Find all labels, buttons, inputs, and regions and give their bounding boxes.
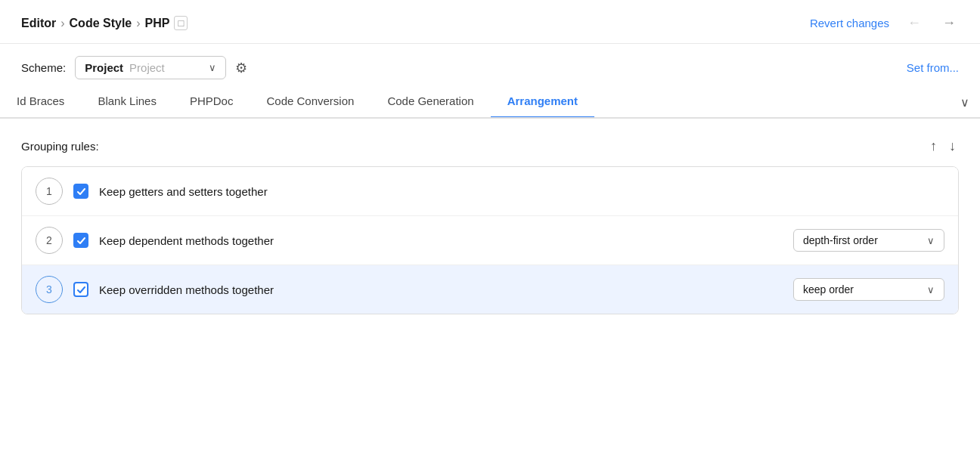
chevron-down-icon: ∨	[960, 96, 969, 109]
revert-changes-button[interactable]: Revert changes	[810, 17, 889, 29]
tab-code-conversion[interactable]: Code Conversion	[250, 87, 371, 119]
scheme-left: Scheme: Project Project ∨ ⚙	[21, 56, 247, 79]
tab-code-generation[interactable]: Code Generation	[371, 87, 490, 119]
rule-text-1: Keep getters and setters together	[99, 185, 944, 198]
header-actions: Revert changes ← →	[810, 14, 959, 32]
rule-row-2: 2 Keep dependent methods together depth-…	[22, 216, 958, 265]
rule-3-dropdown[interactable]: keep order ∨	[793, 278, 944, 301]
rule-2-dropdown-value: depth-first order	[803, 234, 921, 246]
scheme-row: Scheme: Project Project ∨ ⚙ Set from...	[0, 44, 980, 87]
rule-2-dropdown[interactable]: depth-first order ∨	[793, 229, 944, 252]
breadcrumb-code-style[interactable]: Code Style	[70, 17, 132, 30]
checkbox-3[interactable]	[73, 282, 88, 297]
rule-text-3: Keep overridden methods together	[99, 283, 783, 296]
breadcrumb-php[interactable]: PHP	[145, 17, 170, 30]
scheme-value-light: Project	[129, 61, 165, 74]
move-down-button[interactable]: ↓	[946, 137, 959, 156]
checkbox-2[interactable]	[73, 233, 88, 248]
rule-row-1: 1 Keep getters and setters together	[22, 167, 958, 216]
content-area: Grouping rules: ↑ ↓ 1 Keep getters and s…	[0, 119, 980, 314]
scheme-label: Scheme:	[21, 61, 66, 74]
tabs-bar: Id Braces Blank Lines PHPDoc Code Conver…	[0, 87, 980, 119]
tab-blank-lines[interactable]: Blank Lines	[81, 87, 173, 119]
scheme-value-bold: Project	[85, 61, 123, 74]
chevron-down-icon: ∨	[209, 62, 216, 73]
forward-button[interactable]: →	[939, 14, 959, 32]
breadcrumb: Editor › Code Style › PHP □	[21, 16, 188, 30]
breadcrumb-sep-2: ›	[136, 17, 140, 30]
back-button[interactable]: ←	[904, 14, 924, 32]
set-from-button[interactable]: Set from...	[907, 61, 959, 74]
chevron-down-icon: ∨	[927, 284, 935, 295]
header: Editor › Code Style › PHP □ Revert chang…	[0, 0, 980, 44]
rule-number-1: 1	[36, 178, 63, 205]
rules-list: 1 Keep getters and setters together 2 Ke…	[21, 166, 959, 314]
scheme-dropdown[interactable]: Project Project ∨	[75, 56, 226, 79]
checkbox-1[interactable]	[73, 184, 88, 199]
rule-number-2: 2	[36, 227, 63, 254]
rule-3-dropdown-value: keep order	[803, 283, 921, 295]
chevron-down-icon: ∨	[927, 235, 935, 246]
gear-icon: ⚙	[235, 60, 247, 76]
tab-id-braces[interactable]: Id Braces	[0, 87, 81, 119]
tab-arrangement[interactable]: Arrangement	[491, 87, 594, 119]
rule-row-3: 3 Keep overridden methods together keep …	[22, 265, 958, 314]
tab-phpdoc[interactable]: PHPDoc	[173, 87, 250, 119]
grouping-arrows: ↑ ↓	[927, 137, 959, 156]
tabs-more-button[interactable]: ∨	[950, 88, 980, 119]
breadcrumb-sep-1: ›	[60, 17, 64, 30]
grouping-rules-label: Grouping rules:	[21, 140, 99, 153]
gear-button[interactable]: ⚙	[235, 60, 247, 76]
move-up-button[interactable]: ↑	[927, 137, 940, 156]
rule-text-2: Keep dependent methods together	[99, 234, 783, 247]
rule-number-3: 3	[36, 276, 63, 303]
grouping-header: Grouping rules: ↑ ↓	[21, 137, 959, 156]
breadcrumb-editor[interactable]: Editor	[21, 17, 56, 30]
window-icon[interactable]: □	[174, 16, 188, 30]
